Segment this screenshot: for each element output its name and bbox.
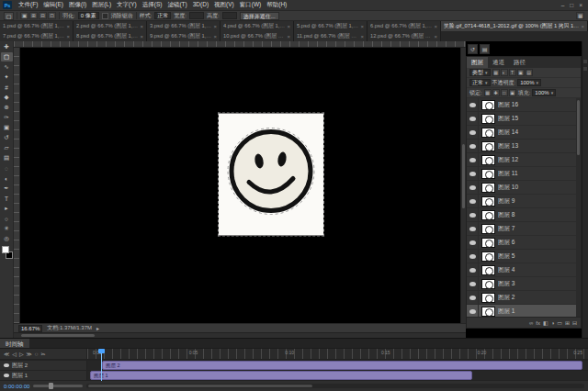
selection-mode-icon[interactable]: ⊞ bbox=[29, 12, 38, 19]
layer-thumbnail[interactable] bbox=[481, 279, 495, 289]
layer-thumbnail[interactable] bbox=[481, 210, 495, 220]
lock-icon[interactable]: ▣ bbox=[509, 89, 516, 96]
layers-scrollbar[interactable] bbox=[576, 98, 581, 317]
layer-visibility-toggle[interactable] bbox=[467, 291, 479, 304]
menu-item[interactable]: 图层(L) bbox=[89, 1, 114, 9]
menu-item[interactable]: 文字(Y) bbox=[114, 1, 140, 9]
vertical-ruler[interactable] bbox=[14, 48, 20, 323]
layer-row[interactable]: 图层 13 bbox=[467, 140, 581, 153]
track-header[interactable]: 图层 2 bbox=[0, 361, 87, 370]
zoom-level-field[interactable]: 16.67% bbox=[18, 325, 42, 332]
layer-filter-icon[interactable]: T bbox=[509, 69, 516, 76]
document-tab[interactable]: 6.psd @ 66.7% (图层 1, RGB/8) × bbox=[368, 21, 441, 31]
crop-tool[interactable]: # bbox=[1, 83, 13, 92]
track-lane[interactable]: 图层 2 bbox=[87, 361, 588, 370]
marquee-tool[interactable]: ▢ bbox=[1, 52, 13, 61]
tab-close-icon[interactable]: × bbox=[434, 34, 437, 39]
tab-close-icon[interactable]: × bbox=[140, 24, 143, 29]
layer-visibility-toggle[interactable] bbox=[467, 236, 479, 249]
layer-visibility-toggle[interactable] bbox=[467, 98, 479, 111]
playhead[interactable] bbox=[101, 349, 102, 381]
layer-visibility-toggle[interactable] bbox=[467, 250, 479, 263]
layer-thumbnail[interactable] bbox=[481, 196, 495, 207]
filter-type-select[interactable]: 类型▾ bbox=[469, 69, 491, 76]
layer-row[interactable]: 图层 5 bbox=[467, 250, 581, 263]
track-lane[interactable]: 图层 1 bbox=[87, 371, 588, 380]
layer-thumbnail[interactable] bbox=[481, 238, 495, 248]
tab-close-icon[interactable]: × bbox=[213, 34, 217, 39]
layer-visibility-toggle[interactable] bbox=[467, 167, 479, 180]
panel-tab[interactable]: 图层 bbox=[467, 57, 488, 68]
horizontal-ruler[interactable] bbox=[14, 41, 466, 48]
timeline-ruler[interactable]: 0:000:050:100:150:200:25 bbox=[87, 349, 588, 359]
document-tab[interactable]: 笑脸.gif_0714-4618_1-2012.gif @ 100% (图层 1… bbox=[441, 21, 588, 31]
style-select[interactable]: 正常 bbox=[154, 12, 171, 19]
lasso-tool[interactable]: ∿ bbox=[1, 62, 13, 72]
document-tab[interactable]: 5.psd @ 66.7% (图层 1, RGB/8) × bbox=[294, 21, 368, 31]
tab-close-icon[interactable]: × bbox=[213, 24, 217, 29]
layer-thumbnail[interactable] bbox=[481, 183, 495, 193]
collapsed-panel-icon[interactable]: ▤ bbox=[480, 44, 490, 54]
timeline-clip[interactable]: 图层 2 bbox=[102, 361, 582, 370]
layers-panel-action-icon[interactable]: ∞ bbox=[529, 320, 533, 326]
clone-stamp-tool[interactable]: ▣ bbox=[1, 123, 13, 132]
document-tab[interactable]: 3.psd @ 66.7% (图层 1, RGB/8) × bbox=[147, 21, 220, 31]
transport-button[interactable]: ≪ bbox=[4, 351, 9, 357]
eraser-tool[interactable]: ▱ bbox=[1, 143, 13, 152]
feather-field[interactable]: 0 像素 bbox=[78, 12, 99, 19]
transport-button[interactable]: ✂ bbox=[40, 351, 45, 357]
document-tab[interactable]: 4.psd @ 66.7% (图层 1, RGB/8) × bbox=[220, 21, 294, 31]
layer-visibility-toggle[interactable] bbox=[467, 112, 479, 125]
layer-thumbnail[interactable] bbox=[481, 293, 495, 303]
canvas-vertical-scrollbar[interactable] bbox=[460, 48, 466, 323]
layer-thumbnail[interactable] bbox=[481, 265, 495, 275]
track-eye-icon[interactable] bbox=[4, 363, 9, 367]
timeline-clip[interactable]: 图层 1 bbox=[90, 371, 472, 380]
current-tool-icon[interactable]: ▢ bbox=[4, 12, 14, 20]
layer-row[interactable]: 图层 14 bbox=[467, 126, 581, 140]
layer-visibility-toggle[interactable] bbox=[467, 153, 479, 166]
layer-visibility-toggle[interactable] bbox=[467, 195, 479, 207]
hand-tool[interactable]: ✳ bbox=[1, 224, 13, 233]
foreground-color-swatch[interactable] bbox=[2, 246, 9, 253]
menu-item[interactable]: 编辑(E) bbox=[40, 1, 66, 9]
selection-mode-icon[interactable]: ▣ bbox=[20, 12, 28, 19]
layer-visibility-toggle[interactable] bbox=[467, 140, 479, 152]
history-brush-tool[interactable]: ↺ bbox=[1, 133, 13, 142]
document-tab[interactable]: 2.psd @ 66.7% (图层 1, RGB/8) × bbox=[74, 21, 147, 31]
collapsed-panel-icon[interactable]: ↺ bbox=[468, 44, 478, 54]
scrollbar-thumb[interactable] bbox=[88, 385, 312, 387]
layer-filter-icon[interactable]: ▤ bbox=[526, 69, 533, 76]
timeline-zoom-slider[interactable] bbox=[33, 385, 83, 387]
layer-row[interactable]: 图层 15 bbox=[467, 112, 581, 126]
transport-button[interactable]: ◌ bbox=[35, 352, 39, 357]
tab-close-icon[interactable]: × bbox=[581, 24, 584, 29]
layer-row[interactable]: 图层 16 bbox=[467, 98, 581, 112]
layer-thumbnail[interactable] bbox=[481, 251, 495, 262]
document-tab[interactable]: 1.psd @ 66.7% (图层 1, RGB/8) × bbox=[0, 21, 74, 31]
document-tab[interactable]: 7.psd @ 66.7% (图层 1, RGB/8) × bbox=[0, 31, 74, 41]
antialias-checkbox[interactable] bbox=[102, 13, 108, 19]
layer-filter-icon[interactable]: ▦ bbox=[492, 69, 500, 76]
layers-panel-action-icon[interactable]: ◑ bbox=[551, 320, 555, 326]
window-control[interactable]: – bbox=[561, 2, 565, 8]
layer-filter-icon[interactable]: ◐ bbox=[501, 69, 508, 76]
eyedropper-tool[interactable]: ◆ bbox=[1, 93, 13, 102]
track-header[interactable]: 图层 1 bbox=[0, 371, 87, 380]
layer-row[interactable]: 图层 6 bbox=[467, 236, 581, 250]
layer-thumbnail[interactable] bbox=[481, 307, 495, 317]
opacity-field[interactable]: 100%▾ bbox=[517, 79, 541, 86]
layer-row[interactable]: 图层 1 bbox=[467, 305, 581, 317]
layer-visibility-toggle[interactable] bbox=[467, 126, 479, 139]
layer-row[interactable]: 图层 3 bbox=[467, 277, 581, 291]
fill-field[interactable]: 100%▾ bbox=[532, 89, 556, 96]
document-tab[interactable]: 9.psd @ 66.7% (图层 1, RGB/8) × bbox=[147, 31, 220, 41]
layer-thumbnail[interactable] bbox=[481, 224, 495, 234]
magic-wand-tool[interactable]: ✦ bbox=[1, 73, 13, 82]
layer-row[interactable]: 图层 9 bbox=[467, 195, 581, 208]
canvas[interactable] bbox=[14, 48, 466, 323]
status-arrow-icon[interactable]: ▸ bbox=[96, 325, 99, 331]
menu-item[interactable]: 文件(F) bbox=[16, 1, 40, 9]
tab-close-icon[interactable]: × bbox=[360, 24, 364, 29]
layer-thumbnail[interactable] bbox=[481, 114, 495, 124]
